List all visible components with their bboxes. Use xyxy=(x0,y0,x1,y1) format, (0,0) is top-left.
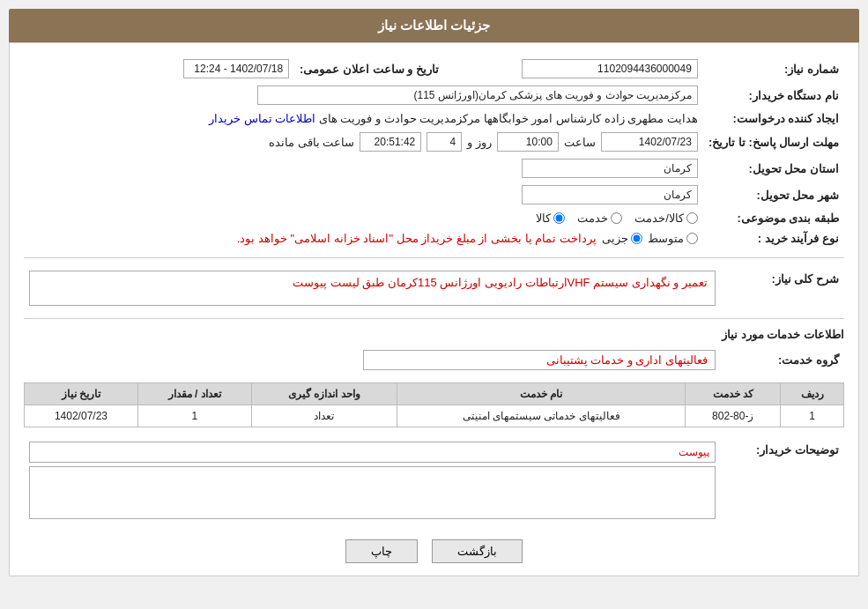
nam-dastgah-label: نام دستگاه خریدار: xyxy=(703,82,844,108)
radio-khedmat-input[interactable] xyxy=(611,212,622,224)
page-title: جزئیات اطلاعات نیاز xyxy=(9,9,859,42)
col-date: تاریخ نیاز xyxy=(25,383,138,405)
radio-kala-input[interactable] xyxy=(553,212,565,224)
cell-date: 1402/07/23 xyxy=(25,405,138,427)
kala-khedmat-label: کالا/خدمت xyxy=(634,212,684,225)
ostan-label: استان محل تحویل: xyxy=(703,155,844,182)
peyvast-label: پیوست xyxy=(29,442,716,463)
time-value: 10:00 xyxy=(497,132,559,152)
gorouh-value: فعالیتهای اداری و خدمات پشتیبانی xyxy=(363,350,716,370)
cell-unit: تعداد xyxy=(251,405,397,427)
towzih-textarea[interactable] xyxy=(29,466,716,519)
noue-farayand-desc: پرداخت تمام یا بخشی از مبلغ خریداز محل "… xyxy=(237,232,597,245)
gorouh-label: گروه خدمت: xyxy=(721,346,844,374)
button-row: بازگشت چاپ xyxy=(24,539,844,563)
cell-kod: ز-80-802 xyxy=(686,405,781,427)
days-value: 4 xyxy=(427,132,462,152)
cell-radif: 1 xyxy=(781,405,844,427)
noue-farayand-label: نوع فرآیند خرید : xyxy=(703,228,844,249)
radio-jozi-input[interactable] xyxy=(631,233,642,244)
radio-motavasset[interactable]: متوسط xyxy=(648,232,698,245)
remaining-label: ساعت باقی مانده xyxy=(269,136,354,149)
col-count: تعداد / مقدار xyxy=(137,383,251,405)
print-button[interactable]: چاپ xyxy=(345,539,418,563)
col-radif: ردیف xyxy=(781,383,844,405)
kala-label: کالا xyxy=(536,212,551,225)
public-announce-value: 1402/07/18 - 12:24 xyxy=(183,59,289,78)
nam-dastgah-value: مرکزمدیریت حوادث و فوریت های پزشکی کرمان… xyxy=(257,85,698,105)
radio-kala[interactable]: کالا xyxy=(536,212,565,225)
ostan-value: کرمان xyxy=(522,159,698,178)
days-label: روز و xyxy=(467,136,492,149)
public-announce-label: تاریخ و ساعت اعلان عمومی: xyxy=(294,56,456,82)
sharh-value: تعمیر و نگهداری سیستم VHFارتباطات رادیوی… xyxy=(29,271,716,306)
col-unit: واحد اندازه گیری xyxy=(251,383,397,405)
shahr-label: شهر محل تحویل: xyxy=(703,182,844,208)
radio-jozi[interactable]: جزیی xyxy=(602,232,642,245)
creator-value: هدایت مطهری زاده کارشناس امور خوابگاهها … xyxy=(315,112,698,125)
creator-link[interactable]: اطلاعات تماس خریدار xyxy=(209,112,315,125)
col-name: نام خدمت xyxy=(397,383,686,405)
cell-name: فعالیتهای خدماتی سیستمهای امنیتی xyxy=(397,405,686,427)
services-title: اطلاعات خدمات مورد نیاز xyxy=(24,328,844,341)
time-label: ساعت xyxy=(564,136,596,149)
cell-count: 1 xyxy=(137,405,251,427)
shomara-niaz-value: 1102094436000049 xyxy=(522,59,698,78)
motavasset-label: متوسط xyxy=(648,232,684,245)
remaining-value: 20:51:42 xyxy=(360,132,421,152)
tabaqe-label: طبقه بندی موضوعی: xyxy=(703,208,844,228)
sharh-label: شرح کلی نیاز: xyxy=(721,267,844,309)
radio-kala-khedmat[interactable]: کالا/خدمت xyxy=(634,212,698,225)
khedmat-label: خدمت xyxy=(577,212,608,225)
radio-kala-khedmat-input[interactable] xyxy=(686,212,698,224)
date-label: مهلت ارسال پاسخ: تا تاریخ: xyxy=(703,129,844,155)
shahr-value: کرمان xyxy=(522,185,698,204)
col-kod: کد خدمت xyxy=(686,383,781,405)
radio-khedmat[interactable]: خدمت xyxy=(577,212,622,225)
towzih-label: توضیحات خریدار: xyxy=(721,438,844,525)
date-value: 1402/07/23 xyxy=(601,132,698,152)
radio-motavasset-input[interactable] xyxy=(686,233,698,244)
table-row: 1ز-80-802فعالیتهای خدماتی سیستمهای امنیت… xyxy=(25,405,844,427)
back-button[interactable]: بازگشت xyxy=(432,539,523,563)
jozi-label: جزیی xyxy=(602,232,628,245)
creator-label: ایجاد کننده درخواست: xyxy=(703,108,844,129)
shomara-niaz-label: شماره نیاز: xyxy=(703,56,844,82)
